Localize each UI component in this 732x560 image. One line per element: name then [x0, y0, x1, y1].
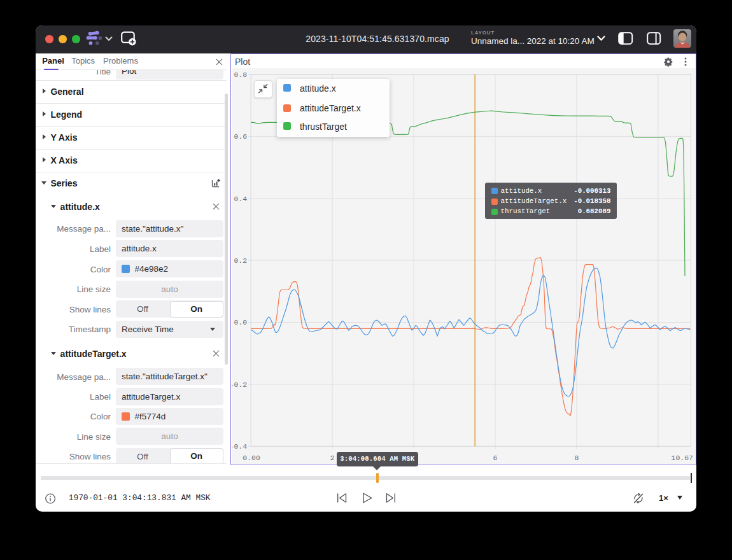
svg-text:10.67: 10.67 — [671, 454, 693, 462]
svg-text:-0.2: -0.2 — [232, 381, 247, 389]
svg-text:0.0: 0.0 — [234, 318, 247, 326]
svg-text:0.4: 0.4 — [234, 195, 247, 203]
svg-text:0.8: 0.8 — [234, 71, 247, 79]
svg-text:-0.4: -0.4 — [232, 442, 247, 451]
svg-text:8: 8 — [574, 454, 579, 462]
svg-text:0.6: 0.6 — [234, 132, 247, 141]
svg-text:0.2: 0.2 — [234, 256, 247, 265]
svg-text:2: 2 — [330, 454, 334, 462]
svg-text:0.00: 0.00 — [243, 454, 260, 462]
svg-text:6: 6 — [493, 454, 497, 462]
